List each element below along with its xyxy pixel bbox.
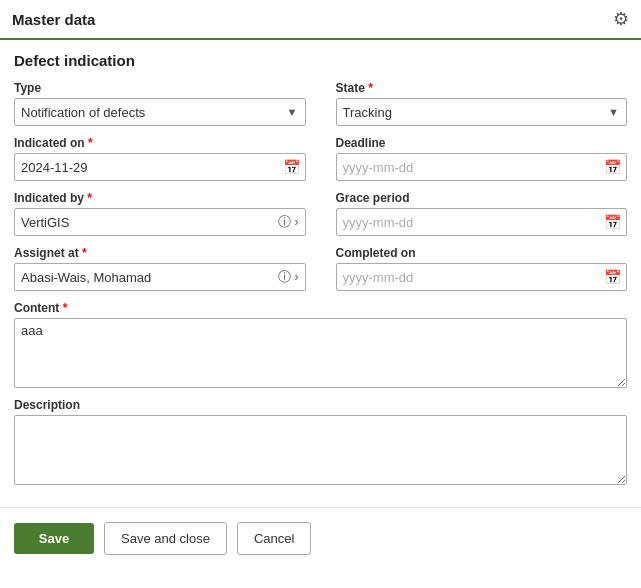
- save-and-close-button[interactable]: Save and close: [104, 522, 227, 555]
- completed-on-group: Completed on 📅: [336, 246, 628, 291]
- assignet-at-value: Abasi-Wais, Mohamad: [21, 270, 278, 285]
- assignet-at-required-star: *: [82, 246, 87, 260]
- indicated-on-group: Indicated on * 📅: [14, 136, 306, 181]
- indicated-by-label: Indicated by *: [14, 191, 306, 205]
- assignet-at-arrow-icon[interactable]: ›: [295, 270, 299, 284]
- gear-icon[interactable]: ⚙: [613, 8, 629, 30]
- assignet-at-icons: ⓘ ›: [278, 268, 299, 286]
- description-group: Description: [14, 398, 627, 485]
- assignet-at-group: Assignet at * Abasi-Wais, Mohamad ⓘ ›: [14, 246, 306, 291]
- state-select-wrapper[interactable]: Tracking Open Closed ▼: [336, 98, 628, 126]
- completed-on-date-wrapper: 📅: [336, 263, 628, 291]
- type-select[interactable]: Notification of defects Other: [14, 98, 306, 126]
- indicated-on-input[interactable]: [14, 153, 306, 181]
- indicated-by-required-star: *: [87, 191, 92, 205]
- description-textarea[interactable]: [14, 415, 627, 485]
- indicated-by-info-icon[interactable]: ⓘ: [278, 213, 291, 231]
- type-label: Type: [14, 81, 306, 95]
- description-label: Description: [14, 398, 627, 412]
- grace-period-date-wrapper: 📅: [336, 208, 628, 236]
- completed-on-input[interactable]: [336, 263, 628, 291]
- save-button[interactable]: Save: [14, 523, 94, 554]
- content-group: Content * aaa: [14, 301, 627, 388]
- state-group: State * Tracking Open Closed ▼: [336, 81, 628, 126]
- completed-on-label: Completed on: [336, 246, 628, 260]
- assignet-at-user-wrapper[interactable]: Abasi-Wais, Mohamad ⓘ ›: [14, 263, 306, 291]
- content-label: Content *: [14, 301, 627, 315]
- indicated-by-arrow-icon[interactable]: ›: [295, 215, 299, 229]
- indicated-on-required-star: *: [88, 136, 93, 150]
- indicated-by-value: VertiGIS: [21, 215, 278, 230]
- header: Master data ⚙: [0, 0, 641, 40]
- indicated-by-icons: ⓘ ›: [278, 213, 299, 231]
- deadline-label: Deadline: [336, 136, 628, 150]
- form-grid: Type Notification of defects Other ▼ Sta…: [14, 81, 627, 485]
- deadline-group: Deadline 📅: [336, 136, 628, 181]
- deadline-date-wrapper: 📅: [336, 153, 628, 181]
- content-textarea[interactable]: aaa: [14, 318, 627, 388]
- deadline-input[interactable]: [336, 153, 628, 181]
- state-label: State *: [336, 81, 628, 95]
- content-required-star: *: [63, 301, 68, 315]
- indicated-by-group: Indicated by * VertiGIS ⓘ ›: [14, 191, 306, 236]
- cancel-button[interactable]: Cancel: [237, 522, 311, 555]
- state-select[interactable]: Tracking Open Closed: [336, 98, 628, 126]
- state-required-star: *: [368, 81, 373, 95]
- type-group: Type Notification of defects Other ▼: [14, 81, 306, 126]
- indicated-by-user-wrapper[interactable]: VertiGIS ⓘ ›: [14, 208, 306, 236]
- section-title: Defect indication: [14, 52, 627, 69]
- header-title: Master data: [12, 11, 613, 28]
- indicated-on-date-wrapper: 📅: [14, 153, 306, 181]
- grace-period-label: Grace period: [336, 191, 628, 205]
- grace-period-group: Grace period 📅: [336, 191, 628, 236]
- footer: Save Save and close Cancel: [0, 507, 641, 569]
- type-select-wrapper[interactable]: Notification of defects Other ▼: [14, 98, 306, 126]
- assignet-at-info-icon[interactable]: ⓘ: [278, 268, 291, 286]
- indicated-on-label: Indicated on *: [14, 136, 306, 150]
- main-content: Defect indication Type Notification of d…: [0, 40, 641, 497]
- grace-period-input[interactable]: [336, 208, 628, 236]
- assignet-at-label: Assignet at *: [14, 246, 306, 260]
